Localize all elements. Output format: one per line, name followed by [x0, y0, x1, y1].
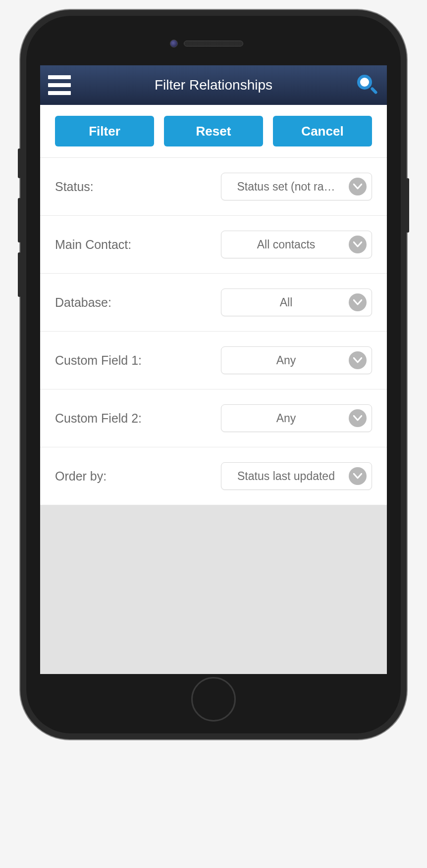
filter-label-custom2: Custom Field 2:	[55, 411, 142, 426]
phone-body: Filter Relationships Filter Reset Cancel…	[26, 16, 401, 733]
custom1-dropdown[interactable]: Any	[221, 346, 372, 374]
dropdown-value: Any	[229, 354, 343, 367]
filter-row-status: Status: Status set (not ra…	[40, 157, 387, 215]
chevron-down-icon	[349, 467, 367, 485]
cancel-button[interactable]: Cancel	[273, 116, 372, 146]
phone-side-button	[18, 252, 21, 297]
search-icon[interactable]	[356, 74, 379, 96]
phone-side-button	[406, 178, 409, 233]
filter-label-order-by: Order by:	[55, 469, 107, 483]
reset-button[interactable]: Reset	[164, 116, 263, 146]
phone-camera	[170, 40, 178, 48]
filter-row-main-contact: Main Contact: All contacts	[40, 215, 387, 273]
action-bar: Filter Reset Cancel	[40, 105, 387, 157]
filter-label-custom1: Custom Field 1:	[55, 353, 142, 368]
filter-label-status: Status:	[55, 180, 94, 194]
phone-frame: Filter Relationships Filter Reset Cancel…	[20, 10, 407, 739]
menu-icon[interactable]	[48, 75, 71, 95]
dropdown-value: Status last updated	[229, 470, 343, 483]
filter-row-order-by: Order by: Status last updated	[40, 447, 387, 505]
main-contact-dropdown[interactable]: All contacts	[221, 231, 372, 258]
dropdown-value: All contacts	[229, 238, 343, 251]
phone-side-button	[18, 148, 21, 178]
filter-row-custom2: Custom Field 2: Any	[40, 389, 387, 447]
phone-top-sensors	[26, 41, 401, 47]
chevron-down-icon	[349, 178, 367, 195]
status-dropdown[interactable]: Status set (not ra…	[221, 173, 372, 200]
filter-button[interactable]: Filter	[55, 116, 154, 146]
phone-speaker	[184, 41, 243, 47]
home-button[interactable]	[191, 677, 236, 722]
screen: Filter Relationships Filter Reset Cancel…	[40, 65, 387, 674]
filter-list: Status: Status set (not ra… Main Contact…	[40, 157, 387, 505]
custom2-dropdown[interactable]: Any	[221, 404, 372, 432]
phone-side-button	[18, 198, 21, 242]
dropdown-value: Any	[229, 412, 343, 425]
filter-label-database: Database:	[55, 295, 111, 310]
dropdown-value: Status set (not ra…	[229, 180, 343, 193]
filter-label-main-contact: Main Contact:	[55, 238, 131, 252]
chevron-down-icon	[349, 409, 367, 427]
database-dropdown[interactable]: All	[221, 289, 372, 316]
filter-row-database: Database: All	[40, 273, 387, 331]
page-title: Filter Relationships	[155, 77, 272, 93]
chevron-down-icon	[349, 351, 367, 369]
dropdown-value: All	[229, 296, 343, 309]
chevron-down-icon	[349, 293, 367, 311]
filter-row-custom1: Custom Field 1: Any	[40, 331, 387, 389]
order-by-dropdown[interactable]: Status last updated	[221, 462, 372, 490]
chevron-down-icon	[349, 236, 367, 253]
app-header: Filter Relationships	[40, 65, 387, 105]
